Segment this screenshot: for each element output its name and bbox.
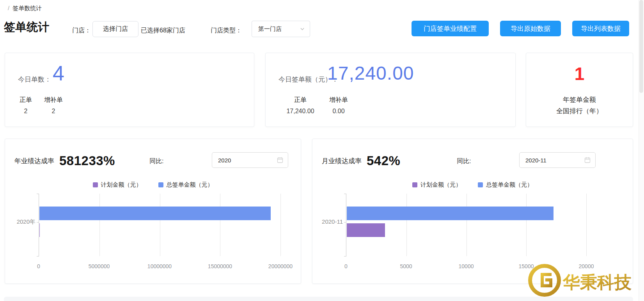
select-store-button[interactable]: 选择门店 [92,21,138,37]
store-type-label: 门店类型： [211,27,242,35]
scrollbar-track[interactable] [639,0,644,301]
monthly-rate-value: 542% [367,153,400,168]
x-tick-label: 15000000 [208,263,232,269]
chart-legend: 计划金额（元） 总签单金额（元） [312,181,633,189]
month-picker-value: 2020-11 [525,157,584,164]
ranking-line1: 年签单金额 [526,95,633,104]
plot-area [346,194,586,256]
today-orders-value: 4 [53,61,64,85]
yearly-bar-chart: 2020年 05000000100000001500000020000000 [5,194,301,281]
x-tick-label: 20000000 [268,263,293,269]
monthly-performance-card: 月业绩达成率 542% 同比: 2020-11 计划金额（元） 总签单金额（元）… [312,139,633,284]
store-performance-config-button[interactable]: 门店签单业绩配置 [412,21,489,36]
today-orders-label: 今日单数： [18,75,51,84]
legend-swatch-blue [158,182,163,187]
gridline [99,194,100,256]
export-list-data-button[interactable]: 导出列表数据 [572,21,629,36]
next-section-top-edge [4,297,633,301]
gridline [526,194,527,256]
chevron-down-icon [300,26,305,32]
x-tick-label: 5000 [400,263,412,269]
breakdown-normal-orders: 正单 2 [13,96,39,115]
gridline [220,194,220,256]
legend-item-plan[interactable]: 计划金额（元） [412,181,461,189]
compare-label: 同比: [457,157,471,166]
legend-swatch-purple [412,182,417,187]
yearly-rate-value: 581233% [59,153,115,168]
breadcrumb: /签单数统计 [8,5,42,12]
breadcrumb-item[interactable]: 签单数统计 [12,5,42,11]
x-tick-label: 10000000 [147,263,172,269]
bar-total [347,207,554,220]
x-tick-label: 0 [37,263,40,269]
x-axis-labels: 05000000100000001500000020000000 [39,263,280,271]
gridline [467,194,467,256]
month-picker[interactable]: 2020-11 [519,152,596,168]
year-picker[interactable]: 2020 [212,152,288,168]
x-axis-labels: 05000100001500020000 [346,263,586,271]
legend-item-total[interactable]: 总签单金额（元） [478,181,533,189]
breakdown-supplement-amount: 增补单 0.00 [325,96,352,115]
y-axis-category-label: 2020年 [5,218,35,226]
scrollbar-thumb[interactable] [639,0,643,93]
y-axis-category-label: 2020-11 [312,218,343,225]
ranking-line2: 全国排行（年） [526,107,633,116]
year-picker-value: 2020 [218,157,277,164]
store-type-select[interactable]: 第一门店 [252,21,310,37]
ranking-value: 1 [526,63,633,84]
store-filter-label: 门店： [72,27,91,35]
store-type-value: 第一门店 [258,25,300,33]
gridline [586,194,587,256]
compare-label: 同比: [149,157,163,166]
bar-plan [347,223,385,237]
page-title: 签单统计 [4,20,49,35]
monthly-chart-title: 月业绩达成率 [322,157,362,166]
chart-legend: 计划金额（元） 总签单金额（元） [5,181,301,189]
calendar-icon [277,157,283,163]
x-tick-label: 5000000 [89,263,110,269]
plot-area [39,194,280,256]
monthly-bar-chart: 2020-11 05000100001500020000 [312,194,633,281]
x-tick-label: 0 [344,263,348,269]
gridline [160,194,160,256]
x-tick-label: 20000 [579,263,594,269]
today-orders-card: 今日单数： 4 正单 2 增补单 2 [5,53,254,127]
calendar-icon [584,157,591,163]
ranking-card: 1 年签单金额 全国排行（年） [526,53,633,127]
legend-swatch-purple [93,182,98,187]
x-tick-label: 10000 [459,263,474,269]
legend-swatch-blue [478,182,483,187]
breakdown-normal-amount: 正单 17,240.00 [277,96,323,115]
yearly-chart-title: 年业绩达成率 [14,157,54,166]
gridline [406,194,407,256]
today-amount-value: 17,240.00 [327,62,414,84]
bar-total [39,207,271,220]
yearly-performance-card: 年业绩达成率 581233% 同比: 2020 计划金额（元） 总签单金额（元）… [5,139,301,284]
legend-item-plan[interactable]: 计划金额（元） [93,181,142,189]
breadcrumb-separator: / [8,5,9,11]
breakdown-supplement-orders: 增补单 2 [39,96,67,115]
legend-item-total[interactable]: 总签单金额（元） [158,181,213,189]
export-raw-data-button[interactable]: 导出原始数据 [500,21,561,36]
x-tick-label: 15000 [519,263,534,269]
today-amount-card: 今日签单额（元）： 17,240.00 正单 17,240.00 增补单 0.0… [265,53,516,127]
store-selected-text: 已选择68家门店 [141,27,185,35]
gridline [280,194,281,256]
